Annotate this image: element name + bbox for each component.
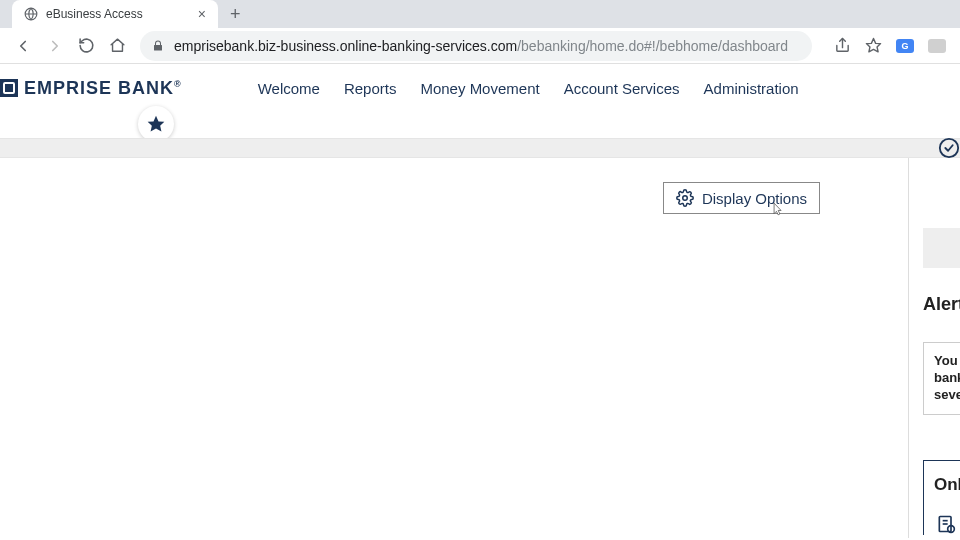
gear-icon — [676, 189, 694, 207]
extension-icon[interactable]: G — [896, 39, 914, 53]
display-options-button[interactable]: Display Options — [663, 182, 820, 214]
tab-bar: eBusiness Access × + — [0, 0, 960, 28]
browser-tab[interactable]: eBusiness Access × — [12, 0, 218, 28]
browser-chrome: eBusiness Access × + emprisebank.biz-bus… — [0, 0, 960, 64]
online-card: Onli — [923, 460, 960, 535]
new-tab-button[interactable]: + — [230, 5, 241, 23]
alert-line: You — [934, 353, 960, 370]
divider-band — [0, 138, 960, 158]
svg-point-5 — [683, 196, 688, 201]
online-heading: Onli — [924, 475, 960, 495]
back-button[interactable] — [14, 37, 32, 55]
nav-administration[interactable]: Administration — [704, 80, 799, 97]
svg-marker-2 — [866, 38, 880, 51]
nav-money-movement[interactable]: Money Movement — [420, 80, 539, 97]
address-bar[interactable]: emprisebank.biz-business.online-banking-… — [140, 31, 812, 61]
reload-button[interactable] — [78, 37, 95, 54]
svg-point-4 — [940, 139, 958, 157]
right-panel: Alerts You bank seve Onli — [908, 158, 960, 538]
sidebar-placeholder — [923, 228, 960, 268]
check-circle-icon — [938, 137, 960, 159]
svg-marker-3 — [148, 116, 165, 132]
globe-icon — [24, 7, 38, 21]
top-nav: EMPRISE BANK® Welcome Reports Money Move… — [0, 64, 960, 112]
alerts-heading: Alerts — [923, 294, 960, 315]
favorite-star-button[interactable] — [138, 106, 174, 142]
extension-icon[interactable] — [928, 39, 946, 53]
star-icon[interactable] — [865, 37, 882, 54]
cursor-icon — [770, 200, 784, 218]
display-options-label: Display Options — [702, 190, 807, 207]
brand-name: EMPRISE BANK® — [24, 78, 182, 99]
main-panel: Display Options — [0, 158, 908, 538]
browser-toolbar: emprisebank.biz-business.online-banking-… — [0, 28, 960, 64]
share-icon[interactable] — [834, 37, 851, 54]
brand-logo[interactable]: EMPRISE BANK® — [0, 78, 182, 99]
url-text: emprisebank.biz-business.online-banking-… — [174, 38, 788, 54]
tab-title: eBusiness Access — [46, 7, 190, 21]
close-icon[interactable]: × — [198, 6, 206, 22]
lock-icon — [152, 40, 164, 52]
content-area: Display Options Alerts You bank seve Onl… — [0, 158, 960, 538]
brand-mark-icon — [0, 79, 18, 97]
forward-button[interactable] — [46, 37, 64, 55]
home-button[interactable] — [109, 37, 126, 54]
page-content: EMPRISE BANK® Welcome Reports Money Move… — [0, 64, 960, 538]
favorites-row — [0, 112, 960, 138]
alert-line: seve — [934, 387, 960, 404]
document-icon — [936, 513, 960, 535]
alert-card: You bank seve — [923, 342, 960, 415]
toolbar-actions: G — [826, 37, 946, 54]
nav-account-services[interactable]: Account Services — [564, 80, 680, 97]
nav-reports[interactable]: Reports — [344, 80, 397, 97]
nav-welcome[interactable]: Welcome — [258, 80, 320, 97]
nav-menu: Welcome Reports Money Movement Account S… — [258, 80, 799, 97]
alert-line: bank — [934, 370, 960, 387]
